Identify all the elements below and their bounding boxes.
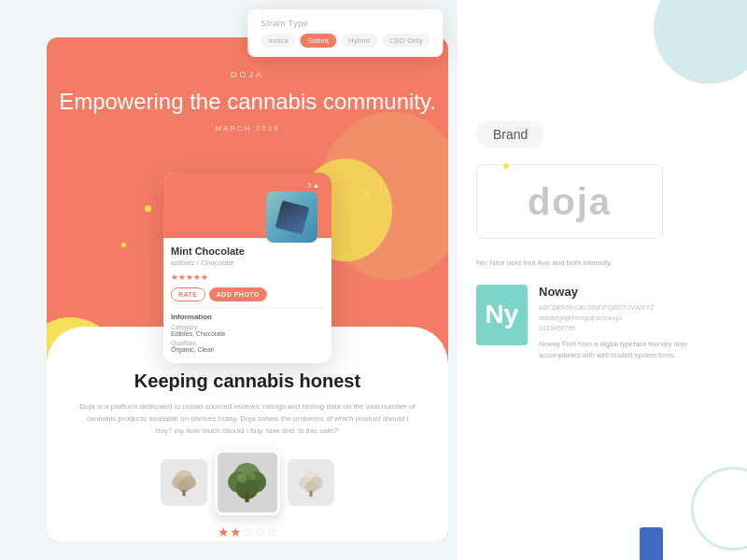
noway-description: Noway Font from a digital typeface found…: [539, 339, 728, 361]
right-panel: Brand doja Nb: Nice bold font Avo and bo…: [458, 0, 747, 560]
brand-badge: Brand: [476, 121, 544, 147]
phone-divider: [171, 307, 324, 308]
svg-point-10: [248, 472, 256, 480]
bud-icon-2: [223, 459, 271, 507]
rating-stars: ★★☆☆☆: [79, 525, 416, 539]
phone-header: 3 ▲: [163, 173, 331, 238]
product-name: Mint Chocolate: [171, 245, 324, 257]
bud-icon-3: [292, 464, 330, 501]
product-stars: ★★★★★: [171, 273, 324, 282]
rate-button[interactable]: RATE: [171, 287, 205, 301]
svg-rect-4: [182, 490, 185, 496]
dot-decoration-1: [145, 205, 151, 212]
ny-box: Ny: [476, 285, 528, 345]
product-image: [266, 191, 317, 243]
doja-logo: doja: [528, 181, 612, 223]
product-photo-2: [215, 450, 280, 515]
ny-letter: Ny: [486, 300, 519, 329]
circle-teal-top: [654, 0, 747, 84]
strain-type-filter: Strain Type Indica Sativa Hybrid CBD Onl…: [247, 9, 443, 57]
brand-section: Brand doja Nb: Nice bold font Avo and bo…: [476, 121, 728, 361]
dot-right-1: [503, 163, 509, 169]
svg-point-9: [238, 473, 247, 483]
product-photo-1: [161, 459, 207, 506]
dot-decoration-3: [364, 191, 370, 197]
keeping-desc: Doja is a platform dedicated to crowd-so…: [79, 401, 416, 437]
strain-pills-container: Indica Sativa Hybrid CBD Only: [261, 34, 430, 48]
add-photo-button[interactable]: ADD PHOTO: [209, 287, 267, 301]
ny-info: Noway ABCDEFGHIJKLMNOPQRSTUVWXYZ abcdefg…: [539, 285, 728, 362]
type-description: Nb: Nice bold font Avo and both intensit…: [476, 258, 682, 270]
svg-rect-11: [246, 494, 249, 502]
dot-decoration-2: [121, 243, 126, 247]
phone-mockup: 3 ▲ Mint Chocolate edibles / Chocolate ★…: [163, 173, 331, 363]
alphabet-display: ABCDEFGHIJKLMNOPQRSTUVWXYZ abcdefghijklm…: [539, 302, 728, 334]
keeping-title: Keeping cannabis honest: [79, 371, 416, 392]
noway-title: Noway: [539, 285, 728, 299]
pill-hybrid[interactable]: Hybrid: [341, 34, 377, 48]
bud-icon-1: [165, 464, 203, 501]
blue-accent: [640, 527, 663, 560]
phone-action-buttons: RATE ADD PHOTO: [171, 287, 324, 301]
doja-eyebrow: DOJA: [47, 70, 448, 79]
phone-body: Mint Chocolate edibles / Chocolate ★★★★★…: [163, 238, 331, 363]
product-photo-3: [288, 459, 334, 506]
pill-cbd[interactable]: CBD Only: [382, 34, 430, 48]
ny-section: Ny Noway ABCDEFGHIJKLMNOPQRSTUVWXYZ abcd…: [476, 285, 728, 362]
phone-count: 3 ▲: [303, 180, 324, 190]
pill-indica[interactable]: Indica: [261, 34, 295, 48]
info-label: Information: [171, 313, 324, 321]
hero-date: MARCH 2018: [47, 124, 448, 133]
pill-sativa[interactable]: Sativa: [301, 34, 336, 48]
left-panel: DOJA Empowering the cannabis community. …: [47, 37, 448, 541]
circle-teal-bottom: [691, 467, 747, 551]
cube-icon: [275, 200, 309, 234]
category-row: Category Edibles, Chocolate: [171, 324, 324, 337]
product-photos: [79, 450, 416, 515]
qualities-row: Qualities Organic, Clean: [171, 340, 324, 353]
hero-title: Empowering the cannabis community.: [47, 87, 448, 117]
product-sub: edibles / Chocolate: [171, 259, 324, 267]
svg-rect-16: [309, 491, 312, 497]
doja-logo-box: doja: [476, 164, 663, 239]
strain-filter-title: Strain Type: [261, 19, 430, 28]
